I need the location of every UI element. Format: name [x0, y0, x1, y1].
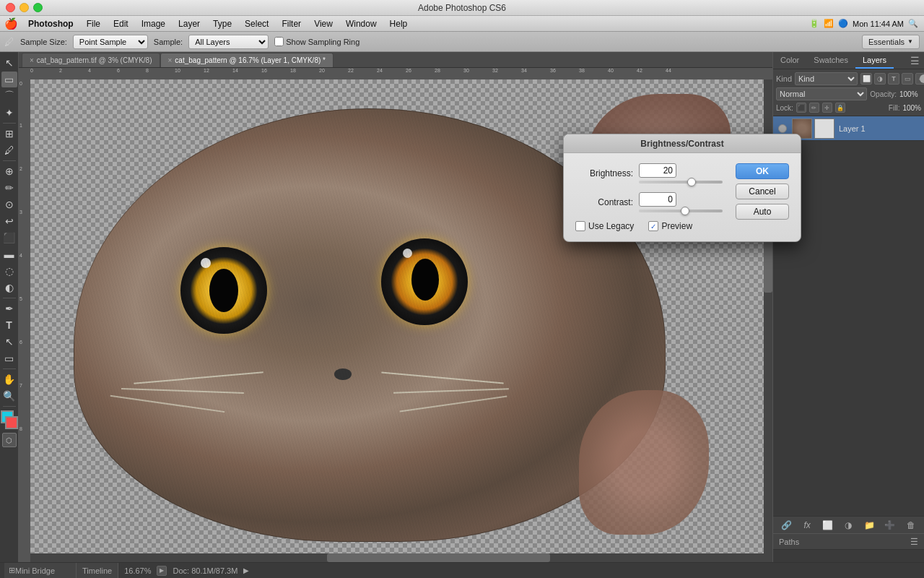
preview-checkbox[interactable] [648, 221, 658, 231]
minimize-button[interactable] [19, 3, 29, 12]
tool-clone[interactable]: ⊙ [1, 197, 17, 212]
essentials-dropdown[interactable]: Essentials ▼ [862, 35, 920, 49]
contrast-input[interactable] [639, 192, 676, 207]
filter-adj-icon[interactable]: ◑ [874, 73, 886, 85]
left-toolbar: ↖ ▭ ⌒ ✦ ⊞ 🖊 ⊕ ✏ ⊙ ↩ ⬛ ▬ ◌ ◐ ✒ T ↖ ▭ ✋ 🔍 … [0, 52, 19, 562]
menu-photoshop[interactable]: Photoshop [22, 17, 79, 30]
tab-2[interactable]: × cat_bag_pattern @ 16.7% (Layer 1, CMYK… [160, 53, 334, 67]
cancel-button[interactable]: Cancel [736, 184, 789, 199]
lock-image-icon[interactable]: ✏ [809, 103, 819, 113]
sample-size-select[interactable]: Point Sample 3 by 3 Average 5 by 5 Avera… [73, 35, 148, 49]
menu-image[interactable]: Image [136, 17, 171, 30]
zoom-toggle[interactable]: ▶ [157, 566, 167, 576]
tab-1[interactable]: × cat_bag_pattern.tif @ 3% (CMYK/8) [22, 53, 160, 67]
tool-separator-2 [3, 160, 16, 161]
use-legacy-item[interactable]: Use Legacy [575, 221, 634, 231]
tool-text[interactable]: T [1, 317, 17, 333]
color-wells[interactable] [1, 410, 18, 429]
tool-lasso[interactable]: ⌒ [1, 88, 17, 104]
menu-edit[interactable]: Edit [108, 17, 134, 30]
lock-all-icon[interactable]: 🔒 [835, 103, 845, 113]
tool-history[interactable]: ↩ [1, 213, 17, 229]
auto-button[interactable]: Auto [736, 204, 789, 220]
contrast-slider-track[interactable] [639, 210, 723, 212]
tab-swatches[interactable]: Swatches [806, 53, 855, 69]
menu-filter[interactable]: Filter [276, 17, 307, 30]
tool-hand[interactable]: ✋ [1, 371, 17, 387]
tab-layers[interactable]: Layers [855, 53, 894, 69]
tool-eyedropper[interactable]: 🖊 [1, 142, 17, 158]
brightness-input[interactable] [639, 163, 676, 178]
bc-dialog-titlebar[interactable]: Brightness/Contrast [564, 134, 801, 153]
tab-color[interactable]: Color [773, 53, 806, 69]
blend-mode-select[interactable]: Normal Dissolve Darken Multiply Color Bu… [776, 87, 867, 100]
status-arrow-icon[interactable]: ▶ [243, 566, 249, 574]
tool-move[interactable]: ↖ [1, 55, 17, 71]
menu-window[interactable]: Window [340, 17, 383, 30]
tool-spot-heal[interactable]: ⊕ [1, 163, 17, 179]
tool-path-select[interactable]: ↖ [1, 334, 17, 350]
adj-layer-btn[interactable]: ◑ [841, 519, 855, 532]
tool-dodge[interactable]: ◐ [1, 280, 17, 296]
tool-marquee[interactable]: ▭ [1, 72, 17, 87]
tab-1-close[interactable]: × [30, 56, 34, 64]
new-layer-btn[interactable]: ➕ [883, 519, 897, 532]
tool-crop[interactable]: ⊞ [1, 126, 17, 142]
background-color[interactable] [5, 416, 18, 429]
brightness-input-row [639, 163, 723, 178]
tool-shape[interactable]: ▭ [1, 350, 17, 366]
tool-zoom[interactable]: 🔍 [1, 388, 17, 404]
lock-position-icon[interactable]: ✛ [822, 103, 832, 113]
filter-shape-icon[interactable]: ▭ [902, 73, 913, 85]
bc-dialog-title: Brightness/Contrast [640, 139, 723, 149]
main-layout: ↖ ▭ ⌒ ✦ ⊞ 🖊 ⊕ ✏ ⊙ ↩ ⬛ ▬ ◌ ◐ ✒ T ↖ ▭ ✋ 🔍 … [0, 52, 924, 562]
timeline-btn[interactable]: Timeline [77, 563, 118, 579]
link-layers-btn[interactable]: 🔗 [779, 519, 793, 532]
apple-menu-icon[interactable]: 🍎 [4, 17, 18, 30]
sample-select[interactable]: All Layers Current Layer Current & Below [188, 35, 269, 49]
tab-2-close[interactable]: × [168, 56, 173, 64]
show-sampling-ring-label[interactable]: Show Sampling Ring [274, 37, 359, 46]
delete-layer-btn[interactable]: 🗑 [904, 519, 918, 532]
menu-layer[interactable]: Layer [173, 17, 206, 30]
menu-select[interactable]: Select [239, 17, 274, 30]
tool-brush[interactable]: ✏ [1, 180, 17, 196]
maximize-button[interactable] [33, 3, 43, 12]
horizontal-scrollbar[interactable] [30, 553, 772, 562]
brightness-label: Brightness: [575, 168, 633, 178]
group-btn[interactable]: 📁 [862, 519, 876, 532]
show-sampling-ring-checkbox[interactable] [274, 37, 284, 46]
brightness-slider-thumb[interactable] [687, 178, 696, 186]
layers-toolbar: Kind Kind Name Effect Mode Attribute Col… [773, 69, 924, 116]
filter-select[interactable]: Kind Name Effect Mode Attribute Color Sm… [795, 72, 858, 85]
lock-transparent-icon[interactable]: ⬛ [796, 103, 806, 113]
quick-mask-btn[interactable]: ⬡ [2, 433, 17, 447]
filter-icons: ⬜ ◑ T ▭ ◈ [860, 73, 924, 85]
brightness-contrast-dialog: Brightness/Contrast Brightness: [563, 134, 801, 242]
tool-pen[interactable]: ✒ [1, 301, 17, 316]
fx-btn[interactable]: fx [800, 519, 814, 532]
close-button[interactable] [6, 3, 15, 12]
panel-options-icon[interactable]: ☰ [910, 55, 924, 66]
mini-bridge-btn[interactable]: ⊞ Mini Bridge [4, 563, 77, 579]
contrast-slider-thumb[interactable] [681, 207, 689, 215]
menu-help[interactable]: Help [384, 17, 414, 30]
mask-btn[interactable]: ⬜ [821, 519, 835, 532]
paths-options-icon[interactable]: ☰ [910, 537, 918, 547]
search-icon[interactable]: 🔍 [908, 19, 918, 28]
filter-pixel-icon[interactable]: ⬜ [860, 73, 872, 85]
menu-type[interactable]: Type [207, 17, 237, 30]
menu-view[interactable]: View [308, 17, 339, 30]
menu-file[interactable]: File [81, 17, 106, 30]
brightness-slider-track[interactable] [639, 181, 723, 184]
filter-type-icon[interactable]: T [888, 73, 899, 85]
tool-blur[interactable]: ◌ [1, 263, 17, 279]
tool-eraser[interactable]: ⬛ [1, 230, 17, 246]
use-legacy-checkbox[interactable] [575, 221, 585, 231]
bc-buttons: OK Cancel Auto [736, 163, 789, 231]
tool-gradient[interactable]: ▬ [1, 246, 17, 262]
layer-visibility-icon[interactable] [777, 124, 788, 134]
preview-item[interactable]: Preview [648, 221, 692, 231]
tool-magic-wand[interactable]: ✦ [1, 105, 17, 121]
ok-button[interactable]: OK [736, 163, 789, 179]
